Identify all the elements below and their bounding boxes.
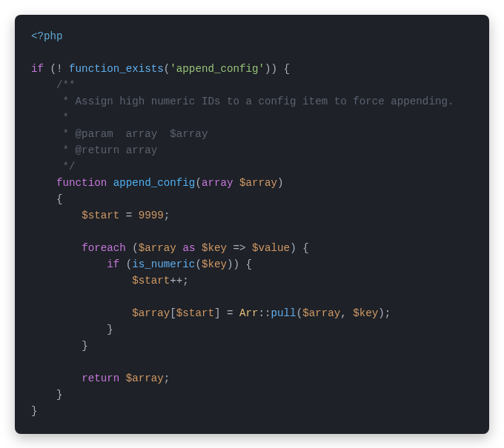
rbrack: ] <box>214 307 221 319</box>
var-value: $value <box>252 242 290 254</box>
paren-open5: ( <box>126 258 133 270</box>
brace-open3: { <box>302 242 309 254</box>
var-array-3: $array <box>302 307 340 319</box>
kw-if2: if <box>107 258 119 270</box>
paren-open7: ( <box>296 307 303 319</box>
doc4: * @param array $array <box>56 128 208 140</box>
doc3: * <box>56 112 69 124</box>
fn-pull: pull <box>271 307 296 319</box>
semi2: ; <box>182 275 189 287</box>
fn-is-numeric: is_numeric <box>132 258 195 270</box>
doc5: * @return array <box>56 144 157 156</box>
dblcolon: :: <box>259 307 271 319</box>
kw-return: return <box>82 372 119 384</box>
pp: ++ <box>170 275 182 287</box>
fn-function-exists: function_exists <box>69 63 164 75</box>
brace-open: { <box>284 63 291 75</box>
str-append-config: 'append_config' <box>170 63 265 75</box>
not-op: ! <box>56 63 63 75</box>
paren-close5: ) <box>233 258 239 270</box>
var-start2: $start <box>132 275 170 287</box>
var-array-param: $array <box>239 177 277 189</box>
var-array-4: $array <box>126 372 164 384</box>
kw-if: if <box>31 63 44 75</box>
cls-arr: Arr <box>239 307 259 319</box>
semi3: ; <box>385 307 391 319</box>
var-key: $key <box>202 242 227 254</box>
php-open-tag: <?php <box>31 30 63 42</box>
paren-close2: ) <box>265 63 271 75</box>
kw-function: function <box>56 177 107 189</box>
paren-open3: ( <box>195 177 202 189</box>
eq: = <box>126 210 133 221</box>
code-block: <?php if (! function_exists('append_conf… <box>15 15 489 434</box>
arrow: => <box>233 242 246 254</box>
paren-open6: ( <box>195 258 202 270</box>
lbrack: [ <box>170 307 176 319</box>
paren-open4: ( <box>132 242 139 254</box>
brace-close4: } <box>107 324 113 335</box>
brace-close1: } <box>31 405 38 417</box>
paren-open: ( <box>50 63 57 75</box>
semi4: ; <box>164 372 170 384</box>
paren-close4: ) <box>290 242 296 254</box>
var-array-2: $array <box>132 307 170 319</box>
brace-open2: { <box>56 193 63 205</box>
var-array-1: $array <box>139 242 176 254</box>
eq2: = <box>227 307 233 319</box>
paren-close7: ) <box>378 307 385 319</box>
kw-foreach: foreach <box>82 242 126 254</box>
doc6: */ <box>56 161 76 173</box>
comma: , <box>340 307 347 319</box>
paren-close: ) <box>271 63 278 75</box>
doc2: * Assign high numeric IDs to a config it… <box>56 96 454 107</box>
paren-close3: ) <box>277 177 284 189</box>
kw-as: as <box>182 242 195 254</box>
doc1: /** <box>56 79 76 91</box>
var-start3: $start <box>176 307 214 319</box>
num-9999: 9999 <box>139 210 164 221</box>
var-key2: $key <box>202 258 227 270</box>
var-key3: $key <box>353 307 378 319</box>
brace-close2: } <box>56 389 63 401</box>
var-start: $start <box>82 210 119 221</box>
semi1: ; <box>164 210 170 221</box>
fn-def-name: append_config <box>113 177 196 189</box>
type-array: array <box>202 177 233 189</box>
brace-close3: } <box>82 340 88 352</box>
brace-open4: { <box>246 258 253 270</box>
